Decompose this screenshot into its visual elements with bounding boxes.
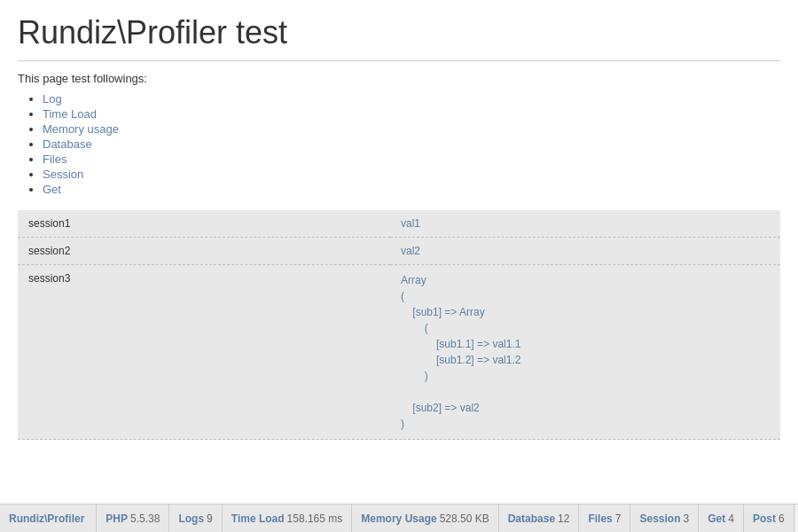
feature-list: LogTime LoadMemory usageDatabaseFilesSes… [18, 92, 780, 196]
bar-item-value: 7 [615, 512, 622, 525]
feature-link[interactable]: Memory usage [43, 122, 119, 136]
bar-item-label: Database [508, 512, 555, 525]
bar-item-label: Rundiz\Profiler [9, 512, 84, 525]
bar-item-memory[interactable]: Memory Usage528.50 KB [352, 505, 498, 532]
bar-item-value: 6 [778, 512, 785, 525]
feature-item: Log [43, 92, 780, 106]
feature-link[interactable]: Session [43, 168, 83, 181]
feature-item: Session [43, 168, 780, 181]
bar-item-label: Session [639, 512, 680, 525]
table-row: session3Array ( [sub1] => Array ( [sub1.… [18, 265, 780, 440]
bar-item-logs[interactable]: Logs9 [169, 505, 222, 532]
feature-link[interactable]: Time Load [43, 107, 97, 121]
bar-item-timeload[interactable]: Time Load158.165 ms [223, 505, 353, 532]
feature-item: Database [43, 137, 780, 151]
table-row: session2val2 [18, 238, 780, 265]
table-cell-value: val2 [390, 238, 780, 265]
title-divider [18, 60, 780, 61]
bar-item-label: Logs [178, 512, 204, 525]
feature-link[interactable]: Files [43, 153, 66, 166]
main-content: Rundiz\Profiler test This page test foll… [0, 0, 798, 504]
bar-item-php[interactable]: PHP5.5.38 [97, 505, 169, 532]
feature-link[interactable]: Database [43, 137, 92, 151]
intro-text: This page test followings: [18, 72, 780, 85]
bottom-bar: Rundiz\ProfilerPHP5.5.38Logs9Time Load15… [0, 504, 798, 532]
bar-item-profiler[interactable]: Rundiz\Profiler [0, 505, 97, 532]
bar-item-value: 5.5.38 [130, 512, 160, 525]
table-cell-key: session1 [18, 210, 390, 238]
page-title: Rundiz\Profiler test [18, 14, 780, 51]
bar-item-label: Memory Usage [361, 512, 436, 525]
bar-item-session[interactable]: Session3 [630, 505, 699, 532]
feature-link[interactable]: Log [43, 92, 62, 106]
bar-item-label: Files [588, 512, 612, 525]
table-cell-key: session2 [18, 238, 390, 265]
table-row: session1val1 [18, 210, 780, 238]
bar-item-value: 528.50 KB [440, 512, 489, 525]
bar-item-get[interactable]: Get4 [699, 505, 744, 532]
table-cell-key: session3 [18, 265, 390, 440]
feature-item: Time Load [43, 107, 780, 121]
bar-item-label: PHP [106, 512, 128, 525]
bar-item-database[interactable]: Database12 [499, 505, 580, 532]
table-cell-value: val1 [390, 210, 780, 238]
bar-item-label: Post [753, 512, 776, 525]
bar-item-label: Get [708, 512, 725, 525]
bar-item-value: 9 [207, 512, 213, 525]
bar-item-value: 3 [684, 512, 690, 525]
bar-item-label: Time Load [231, 512, 285, 525]
feature-item: Files [43, 153, 780, 166]
bar-item-files[interactable]: Files7 [579, 505, 630, 532]
bar-item-post[interactable]: Post6 [744, 505, 794, 532]
data-table: session1val1session2val2session3Array ( … [18, 210, 780, 440]
feature-item: Memory usage [43, 122, 780, 136]
bar-item-value: 12 [558, 512, 569, 525]
feature-link[interactable]: Get [43, 183, 61, 196]
table-cell-value: Array ( [sub1] => Array ( [sub1.1] => va… [390, 265, 780, 440]
feature-item: Get [43, 183, 780, 196]
bar-item-value: 4 [728, 512, 734, 525]
bar-item-value: 158.165 ms [287, 512, 343, 525]
